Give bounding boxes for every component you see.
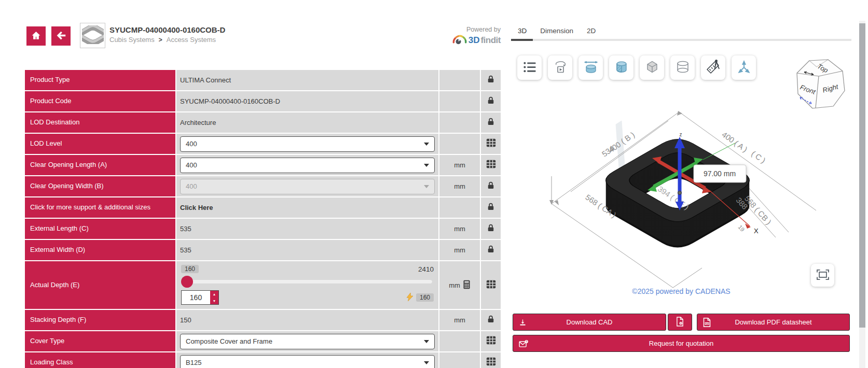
depth-input-value[interactable]: 160	[182, 291, 210, 304]
section-button[interactable]	[609, 55, 633, 80]
spinner-down-icon[interactable]: ▼	[210, 298, 218, 304]
row-product-type: Product TypeULTIMA Connect	[25, 70, 501, 90]
wireframe-view-button[interactable]	[670, 55, 695, 80]
breadcrumb-item-category[interactable]: Access Systems	[167, 36, 216, 44]
chevron-down-icon	[424, 361, 429, 364]
field-label: Loading Class	[25, 352, 175, 368]
download-pdf-button[interactable]: PDF Download PDF datasheet	[697, 314, 850, 331]
home-button[interactable]	[26, 26, 46, 46]
measurement-tooltip: 97.00 mm	[694, 165, 746, 182]
product-thumbnail	[80, 23, 105, 48]
field-unit	[439, 70, 480, 90]
powered-by-block[interactable]: Powered by 3Dfindit	[436, 26, 501, 47]
field-value: 400	[176, 176, 438, 196]
solid-view-button[interactable]	[640, 55, 664, 80]
breadcrumb-item-catalog[interactable]: Cubis Systems	[109, 36, 155, 44]
back-button[interactable]	[51, 26, 71, 46]
cadenas-copyright[interactable]: ©2025 powered by CADENAS	[511, 287, 851, 295]
number-spinner: ▲ ▼	[210, 291, 218, 304]
cover-type-select[interactable]: Composite Cover and Frame	[180, 334, 435, 349]
lock-icon	[486, 244, 495, 256]
fit-to-screen-button[interactable]	[811, 264, 834, 287]
depth-number-input[interactable]: 160 ▲ ▼	[181, 290, 219, 305]
field-label: LOD Destination	[25, 112, 175, 133]
row-lod-level: LOD Level400	[25, 134, 501, 154]
click-here-link[interactable]: Click Here	[180, 204, 213, 211]
tab-2d[interactable]: 2D	[587, 27, 596, 35]
slider-max-value: 2410	[418, 265, 434, 273]
value-table-icon[interactable]	[486, 279, 497, 291]
value-table-icon[interactable]	[486, 159, 497, 171]
chevron-down-icon	[424, 185, 429, 188]
field-value: Composite Cover and Frame	[176, 331, 438, 351]
value-table-icon[interactable]	[486, 357, 497, 368]
slider-min-value: 160	[181, 265, 199, 273]
field-state	[481, 240, 501, 260]
field-unit	[439, 352, 480, 368]
dimensions-button[interactable]	[578, 55, 603, 80]
chevron-down-icon	[424, 164, 429, 167]
value-table-icon[interactable]	[486, 138, 497, 150]
axis-z-label: z	[680, 132, 682, 137]
dim-c: ( C )	[750, 149, 767, 165]
depth-slider[interactable]	[182, 276, 433, 288]
value-table-icon[interactable]	[486, 335, 497, 347]
slider-handle[interactable]	[181, 276, 193, 288]
field-state	[481, 197, 501, 218]
lock-icon	[486, 314, 495, 326]
field-unit: mm	[439, 310, 480, 330]
field-unit: mm	[439, 240, 480, 260]
quotation-mail-icon: ?	[519, 339, 528, 348]
request-quotation-button[interactable]: ? Request for quotation	[513, 335, 850, 352]
axes-button[interactable]	[732, 55, 756, 80]
clear-opening-length-a-select[interactable]: 400	[180, 158, 435, 173]
unit-label: mm	[454, 161, 465, 169]
field-state	[481, 352, 501, 368]
field-unit: mm	[439, 155, 480, 175]
tab-3d[interactable]: 3D	[518, 27, 527, 35]
loading-class-select[interactable]: B125	[180, 355, 435, 368]
selected-option: 400	[186, 182, 197, 190]
field-value: ULTIMA Connect	[176, 70, 438, 90]
spinner-up-icon[interactable]: ▲	[210, 291, 218, 298]
lock-icon	[486, 223, 495, 235]
field-label: Clear Opening Length (A)	[25, 155, 175, 175]
slider-track[interactable]	[182, 279, 433, 284]
download-cad-button[interactable]: Download CAD	[513, 314, 666, 331]
svg-text:?: ?	[526, 340, 527, 343]
field-label: Product Code	[25, 91, 175, 111]
row-external-width-d: External Width (D)535mm	[25, 240, 501, 260]
animation-button[interactable]	[548, 55, 572, 80]
configuration-form: Product TypeULTIMA ConnectProduct CodeSY…	[25, 70, 501, 368]
lod-level-select[interactable]: 400	[180, 136, 435, 152]
tab-dimension[interactable]: Dimension	[540, 27, 573, 35]
auto-value-bolt-icon	[407, 293, 413, 303]
download-pdf-label: Download PDF datasheet	[735, 318, 811, 326]
breadcrumb: Cubis Systems > Access Systems	[109, 36, 216, 44]
axis-x-label: X	[754, 227, 759, 235]
configurator-page: SYUCMP-04000400-0160COB-D Cubis Systems …	[0, 0, 868, 368]
field-unit: mm	[439, 176, 480, 196]
field-value: 535	[176, 240, 438, 260]
tab-underline	[511, 39, 851, 41]
page-title: SYUCMP-04000400-0160COB-D	[109, 25, 225, 34]
row-stacking-depth-f: Stacking Depth (F)150mm	[25, 310, 501, 330]
parts-list-button[interactable]	[517, 55, 542, 80]
cad-options-button[interactable]	[668, 314, 692, 331]
measure-button[interactable]	[701, 55, 725, 80]
field-label: LOD Level	[25, 134, 175, 154]
field-label: Actual Depth (E)	[25, 261, 175, 309]
file-gear-icon	[676, 317, 684, 328]
download-icon	[519, 318, 527, 326]
unit-label: mm	[449, 281, 460, 289]
calculator-icon[interactable]	[463, 280, 471, 291]
field-label: Stacking Depth (F)	[25, 310, 175, 330]
3d-viewport[interactable]: 534 400 ( B ) 400 ( A ) ( C ) 568 ( CA )…	[511, 98, 853, 291]
selected-option: 400	[186, 140, 197, 148]
page-scrollbar-thumb[interactable]	[859, 23, 865, 328]
clear-opening-width-b-select: 400	[180, 179, 435, 194]
field-value: 400	[176, 155, 438, 175]
dimensions-icon	[583, 60, 599, 76]
field-value: B125	[176, 352, 438, 368]
value-text: Architecture	[180, 119, 216, 126]
